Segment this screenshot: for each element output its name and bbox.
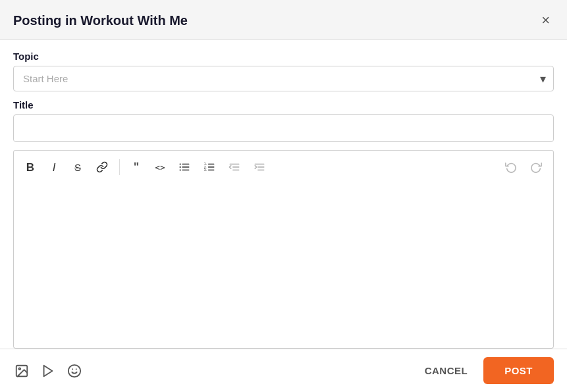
svg-point-3 <box>180 163 181 164</box>
redo-button[interactable] <box>524 156 548 178</box>
block-group: " <> 1. 2. <box>125 156 271 178</box>
post-button[interactable]: POST <box>483 357 554 384</box>
undo-button[interactable] <box>499 156 523 178</box>
editor-toolbar: B I S " <> <box>13 150 554 184</box>
cancel-button[interactable]: CANCEL <box>409 357 484 384</box>
title-input[interactable] <box>13 114 554 142</box>
topic-select[interactable]: Start Here <box>13 66 554 91</box>
toolbar-separator-1 <box>119 159 120 175</box>
svg-point-19 <box>18 368 20 370</box>
dialog-header: Posting in Workout With Me × <box>0 0 567 40</box>
video-button[interactable] <box>40 362 57 380</box>
quote-button[interactable]: " <box>125 156 148 178</box>
strikethrough-button[interactable]: S <box>67 156 89 178</box>
numbered-list-button[interactable]: 1. 2. 3. <box>198 156 221 178</box>
bullet-list-button[interactable] <box>173 156 196 178</box>
dialog-body: Topic Start Here ▾ Title B I S <box>0 40 567 349</box>
format-group: B I S <box>19 156 114 178</box>
editor-textarea[interactable] <box>13 184 554 349</box>
footer-action-buttons: CANCEL POST <box>409 357 554 384</box>
svg-text:3.: 3. <box>204 168 207 172</box>
link-button[interactable] <box>90 156 114 178</box>
post-dialog: Posting in Workout With Me × Topic Start… <box>0 0 567 392</box>
svg-point-4 <box>180 166 181 168</box>
emoji-button[interactable] <box>66 362 83 380</box>
topic-select-wrapper: Start Here ▾ <box>13 66 554 91</box>
indent-decrease-button[interactable] <box>223 156 246 178</box>
svg-point-21 <box>68 364 80 376</box>
footer-media-buttons <box>13 362 83 380</box>
image-button[interactable] <box>13 362 30 380</box>
title-field: Title <box>13 99 554 142</box>
dialog-title: Posting in Workout With Me <box>13 13 188 28</box>
editor-section: B I S " <> <box>13 150 554 349</box>
title-label: Title <box>13 99 554 110</box>
indent-increase-button[interactable] <box>248 156 271 178</box>
close-button[interactable]: × <box>537 12 554 29</box>
history-group <box>499 156 548 178</box>
topic-label: Topic <box>13 51 554 62</box>
topic-field: Topic Start Here ▾ <box>13 51 554 91</box>
italic-button[interactable]: I <box>43 156 65 178</box>
code-button[interactable]: <> <box>149 156 171 178</box>
svg-marker-20 <box>44 365 53 376</box>
dialog-footer: CANCEL POST <box>0 349 567 392</box>
bold-button[interactable]: B <box>19 156 41 178</box>
svg-point-5 <box>180 169 181 170</box>
